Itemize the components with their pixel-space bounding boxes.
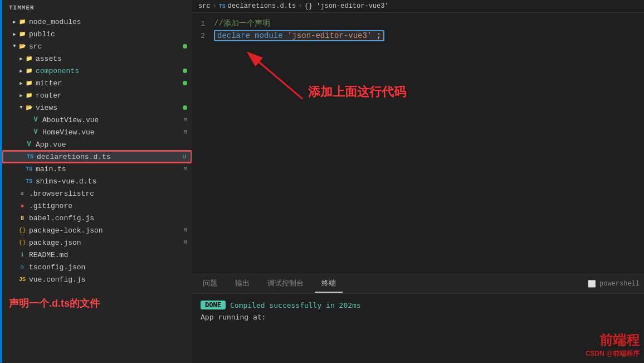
sidebar-item-router[interactable]: ▶ 📁 router	[2, 89, 192, 101]
chevron-icon: ▶	[11, 19, 18, 25]
bottom-annotation-area: 声明一个.d.ts的文件	[2, 285, 192, 314]
chevron-icon: ▶	[18, 80, 25, 86]
sidebar-item-maints[interactable]: TS main.ts M	[2, 163, 192, 175]
modified-badge: M	[183, 166, 187, 172]
keyword-module: module	[255, 31, 282, 40]
semicolon: ;	[377, 31, 381, 40]
sidebar-item-gitignore[interactable]: ◆ .gitignore	[2, 200, 192, 212]
json-icon: {}	[18, 239, 27, 246]
untracked-badge: U	[182, 153, 186, 160]
chevron-down-icon: ▼	[11, 43, 18, 49]
sidebar-label: mitter	[36, 79, 62, 88]
svg-line-1	[255, 59, 303, 99]
folder-icon: 📁	[18, 31, 27, 37]
chevron-down-icon: ▼	[18, 105, 25, 110]
sidebar-item-tsconfig[interactable]: ⚙ tsconfig.json	[2, 261, 192, 273]
vue-icon: V	[31, 116, 40, 124]
breadcrumb-file: declaretions.d.ts	[228, 2, 296, 10]
ts-icon: TS	[25, 166, 33, 172]
sidebar-item-node-modules[interactable]: ▶ 📁 node_modules	[2, 16, 192, 28]
folder-icon: 📁	[25, 80, 33, 86]
modified-badge: M	[183, 227, 187, 234]
code-line-2: 2 declare module 'json-editor-vue3' ;	[192, 30, 644, 42]
breadcrumb-symbol: {} 'json-editor-vue3'	[304, 2, 388, 10]
modified-dot	[183, 81, 187, 85]
modified-badge: M	[183, 239, 187, 246]
panel-right-actions: ⬜ powershell	[588, 280, 640, 288]
sidebar-label: README.md	[29, 251, 68, 259]
sidebar-item-package[interactable]: {} package.json M	[2, 236, 192, 249]
sidebar-label: .browserslistrc	[29, 190, 94, 198]
sidebar-label: public	[29, 30, 55, 38]
sidebar-label: views	[36, 104, 57, 112]
chevron-icon: ▶	[18, 93, 25, 99]
sidebar-item-mitter[interactable]: ▶ 📁 mitter	[2, 77, 192, 89]
powershell-icon: ⬜	[588, 280, 596, 288]
tab-problems[interactable]: 问题	[196, 275, 224, 293]
sidebar-item-babel[interactable]: B babel.config.js	[2, 212, 192, 224]
sidebar-label: babel.config.js	[29, 214, 94, 222]
info-icon: ℹ	[18, 251, 27, 258]
sidebar-item-views[interactable]: ▼ 📂 views	[2, 101, 192, 114]
terminal-app-line: App running at:	[201, 313, 635, 321]
code-content-2: declare module 'json-editor-vue3' ;	[214, 30, 644, 41]
ts-icon: TS	[25, 178, 33, 185]
sidebar-label: shims-vue.d.ts	[36, 177, 96, 186]
sidebar-item-public[interactable]: ▶ 📁 public	[2, 28, 192, 40]
sidebar-item-declaretions[interactable]: TS declaretions.d.ts U	[2, 151, 192, 163]
sidebar-item-shims[interactable]: TS shims-vue.d.ts	[2, 175, 192, 187]
breadcrumb-sep2: ›	[298, 2, 302, 10]
bottom-panel: 问题 输出 调试控制台 终端 ⬜ powershell DONE Compile…	[192, 274, 644, 363]
modified-dot	[183, 69, 187, 73]
sidebar-label: node_modules	[29, 18, 81, 26]
sidebar-item-components[interactable]: ▶ 📁 components	[2, 65, 192, 77]
svg-text:添加上面这行代码: 添加上面这行代码	[308, 85, 406, 99]
code-highlight-box: declare module 'json-editor-vue3' ;	[214, 30, 384, 41]
tab-output[interactable]: 输出	[228, 275, 256, 293]
sidebar-item-vueconfig[interactable]: JS vue.config.js	[2, 273, 192, 285]
sidebar-label: vue.config.js	[29, 275, 85, 284]
watermark: 前端程 CSDN @前端程序	[586, 331, 640, 359]
sidebar-item-appvue[interactable]: V App.vue	[2, 138, 192, 151]
sidebar-label: components	[36, 67, 79, 75]
babel-icon: B	[18, 215, 27, 221]
tab-debug[interactable]: 调试控制台	[261, 275, 310, 293]
sidebar-item-readme[interactable]: ℹ README.md	[2, 249, 192, 261]
annotation-svg: 添加上面这行代码	[192, 13, 644, 274]
list-icon: ≡	[18, 191, 27, 197]
folder-open-icon: 📂	[25, 104, 33, 111]
js-icon: JS	[18, 277, 27, 283]
sidebar-label: .gitignore	[29, 202, 72, 210]
sidebar: TIMMER ▶ 📁 node_modules ▶ 📁 public ▼ 📂 s…	[2, 0, 192, 363]
ts-icon: TS	[26, 154, 35, 160]
sidebar-label: declaretions.d.ts	[37, 153, 111, 161]
modified-badge: M	[183, 117, 187, 123]
breadcrumb-sep1: ›	[213, 2, 217, 10]
tab-label-problems: 问题	[203, 279, 217, 288]
breadcrumb: src › TS declaretions.d.ts › {} 'json-ed…	[192, 0, 644, 13]
sidebar-item-homeview[interactable]: V HomeView.vue M	[2, 126, 192, 138]
folder-icon: 📁	[25, 55, 33, 62]
sidebar-item-browserslistrc[interactable]: ≡ .browserslistrc	[2, 187, 192, 200]
sidebar-item-src[interactable]: ▼ 📂 src	[2, 40, 192, 52]
tab-label-terminal: 终端	[321, 279, 336, 288]
line-number-2: 2	[192, 32, 214, 40]
chevron-icon: ▶	[18, 68, 25, 74]
sidebar-item-packagelock[interactable]: {} package-lock.json M	[2, 224, 192, 236]
sidebar-item-assets[interactable]: ▶ 📁 assets	[2, 52, 192, 65]
chevron-icon: ▶	[18, 56, 25, 62]
tab-label-output: 输出	[235, 279, 250, 288]
sidebar-label: tsconfig.json	[29, 263, 85, 272]
sidebar-item-aboutview[interactable]: V AboutView.vue M	[2, 114, 192, 126]
folder-icon: 📁	[25, 92, 33, 99]
watermark-line1: 前端程	[586, 331, 640, 349]
editor-content: 1 //添加一个声明 2 declare module 'json-editor…	[192, 13, 644, 274]
editor-main: src › TS declaretions.d.ts › {} 'json-ed…	[192, 0, 644, 363]
code-line-1: 1 //添加一个声明	[192, 17, 644, 30]
vue-icon: V	[31, 128, 40, 136]
sidebar-label: main.ts	[36, 165, 66, 173]
modified-dot	[183, 44, 187, 49]
tab-terminal[interactable]: 终端	[315, 275, 343, 293]
sidebar-label: assets	[36, 55, 62, 63]
powershell-label: powershell	[599, 280, 640, 288]
